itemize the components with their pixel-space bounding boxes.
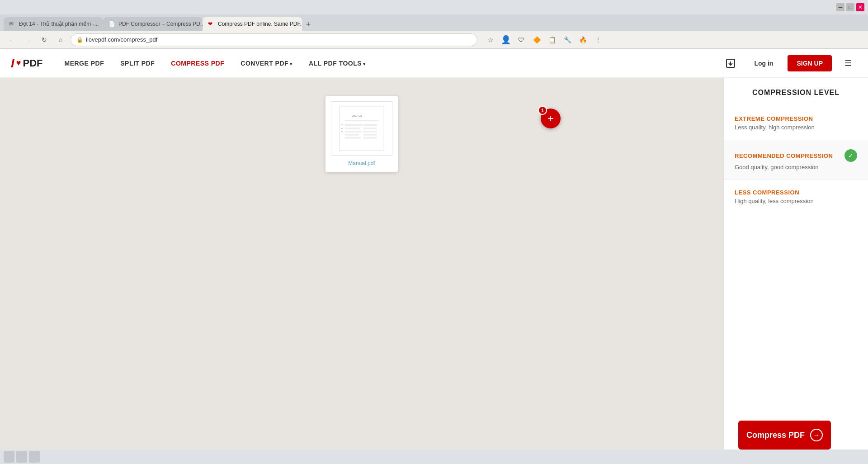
recommended-compression-desc: Good quality, good compression bbox=[735, 164, 857, 170]
forward-button[interactable]: → bbox=[22, 33, 34, 46]
nav-menu: MERGE PDF SPLIT PDF COMPRESS PDF CONVERT… bbox=[57, 56, 722, 71]
title-bar: ─ □ ✕ bbox=[0, 0, 868, 14]
signup-button[interactable]: Sign up bbox=[788, 55, 832, 71]
less-compression-header: LESS COMPRESSION bbox=[735, 189, 857, 196]
svg-rect-9 bbox=[363, 128, 377, 129]
pdf-thumbnail: MANUAL bbox=[331, 101, 392, 156]
compression-level-title: COMPRESSION LEVEL bbox=[724, 78, 868, 106]
security-lock-icon: 🔒 bbox=[76, 37, 83, 43]
hamburger-menu-icon[interactable]: ☰ bbox=[839, 54, 857, 72]
svg-rect-10 bbox=[345, 131, 362, 133]
extension-icon-5[interactable]: 🔥 bbox=[577, 34, 589, 46]
svg-rect-15 bbox=[363, 137, 377, 139]
file-count-badge: 1 bbox=[538, 106, 547, 115]
recommended-compression-option[interactable]: RECOMMENDED COMPRESSION ✓ Good quality, … bbox=[724, 140, 868, 180]
home-button[interactable]: ⌂ bbox=[54, 33, 67, 46]
plus-icon: + bbox=[547, 113, 554, 124]
more-options-icon[interactable]: ⋮ bbox=[592, 34, 604, 46]
tab-favicon-2: 📄 bbox=[108, 21, 115, 27]
tab-bar: ✉ Đợt 14 - Thủ thuật phần mềm -... ✕ 📄 P… bbox=[0, 14, 868, 31]
extension-icon-3[interactable]: 📋 bbox=[546, 34, 558, 46]
tab-favicon-1: ✉ bbox=[9, 21, 15, 27]
logo-heart-icon: ♥ bbox=[16, 58, 21, 68]
url-text: ilovepdf.com/compress_pdf bbox=[86, 36, 157, 43]
nav-all-pdf-tools[interactable]: ALL PDF TOOLS bbox=[302, 56, 373, 71]
extreme-compression-title: EXTREME COMPRESSION bbox=[735, 115, 813, 122]
recommended-compression-header: RECOMMENDED COMPRESSION ✓ bbox=[735, 149, 857, 162]
sidebar-spacer bbox=[724, 213, 868, 413]
extreme-compression-header: EXTREME COMPRESSION bbox=[735, 115, 857, 122]
extension-icon-4[interactable]: 🔧 bbox=[561, 34, 573, 46]
maximize-btn[interactable]: □ bbox=[846, 3, 854, 11]
extreme-compression-desc: Less quality, high compression bbox=[735, 124, 857, 131]
logo-pdf: PDF bbox=[23, 57, 42, 69]
minimize-btn[interactable]: ─ bbox=[836, 3, 844, 11]
bottom-tab-3[interactable] bbox=[29, 451, 40, 463]
nav-merge-pdf[interactable]: MERGE PDF bbox=[57, 56, 111, 71]
browser-tab-2[interactable]: 📄 PDF Compressor – Compress PD... ✕ bbox=[103, 17, 203, 31]
extension-icon-1[interactable]: 🛡 bbox=[515, 34, 527, 46]
browser-toolbar: ☆ 👤 🛡 🔶 📋 🔧 🔥 ⋮ bbox=[485, 34, 604, 46]
svg-rect-14 bbox=[345, 137, 361, 139]
svg-rect-8 bbox=[345, 128, 360, 129]
new-tab-button[interactable]: + bbox=[302, 18, 315, 31]
bottom-bar bbox=[0, 450, 868, 464]
url-bar[interactable]: 🔒 ilovepdf.com/compress_pdf bbox=[71, 33, 477, 46]
svg-text:MANUAL: MANUAL bbox=[351, 115, 363, 118]
sidebar: COMPRESSION LEVEL EXTREME COMPRESSION Le… bbox=[723, 78, 868, 464]
close-btn[interactable]: ✕ bbox=[856, 3, 864, 11]
browser-tab-3[interactable]: ❤ Compress PDF online. Same PDF... ✕ bbox=[203, 17, 302, 31]
svg-rect-11 bbox=[363, 131, 377, 133]
less-compression-desc: High quality, less compression bbox=[735, 198, 857, 204]
less-compression-title: LESS COMPRESSION bbox=[735, 189, 799, 196]
svg-rect-12 bbox=[345, 134, 359, 136]
pdf-area: 1 + MANUAL bbox=[0, 78, 723, 464]
compress-pdf-button[interactable]: Compress PDF → bbox=[738, 421, 831, 450]
logo: I ♥ PDF bbox=[11, 56, 42, 71]
extension-icon-2[interactable]: 🔶 bbox=[531, 34, 542, 46]
profile-icon[interactable]: 👤 bbox=[500, 34, 512, 46]
compress-btn-label: Compress PDF bbox=[746, 431, 805, 440]
svg-rect-7 bbox=[363, 124, 377, 126]
download-icon[interactable] bbox=[722, 54, 740, 72]
recommended-compression-title: RECOMMENDED COMPRESSION bbox=[735, 152, 833, 159]
add-more-files-button[interactable]: 1 + bbox=[541, 109, 561, 128]
pdf-filename: Manual.pdf bbox=[348, 160, 375, 166]
bottom-tab-1[interactable] bbox=[4, 451, 14, 463]
extreme-compression-option[interactable]: EXTREME COMPRESSION Less quality, high c… bbox=[724, 106, 868, 140]
svg-rect-13 bbox=[363, 134, 377, 136]
browser-tab-1[interactable]: ✉ Đợt 14 - Thủ thuật phần mềm -... ✕ bbox=[4, 17, 103, 31]
bottom-tab-2[interactable] bbox=[16, 451, 27, 463]
refresh-button[interactable]: ↻ bbox=[38, 33, 51, 46]
nav-convert-pdf[interactable]: CONVERT PDF bbox=[233, 56, 300, 71]
pdf-card: MANUAL bbox=[326, 96, 398, 172]
logo-i: I bbox=[11, 56, 14, 71]
header-right: Log in Sign up ☰ bbox=[722, 54, 857, 72]
tab-label-1: Đợt 14 - Thủ thuật phần mềm -... bbox=[19, 21, 99, 27]
main-content: 1 + MANUAL bbox=[0, 78, 868, 464]
compress-btn-arrow-icon: → bbox=[810, 429, 823, 441]
nav-split-pdf[interactable]: SPLIT PDF bbox=[113, 56, 162, 71]
selected-check-icon: ✓ bbox=[844, 149, 857, 162]
nav-compress-pdf[interactable]: COMPRESS PDF bbox=[164, 56, 231, 71]
tab-label-3: Compress PDF online. Same PDF... bbox=[218, 21, 302, 27]
back-button[interactable]: ← bbox=[5, 33, 18, 46]
tab-favicon-3: ❤ bbox=[208, 21, 214, 27]
bookmark-icon[interactable]: ☆ bbox=[485, 34, 496, 46]
app-header: I ♥ PDF MERGE PDF SPLIT PDF COMPRESS PDF… bbox=[0, 49, 868, 78]
svg-rect-6 bbox=[345, 124, 363, 126]
address-bar: ← → ↻ ⌂ 🔒 ilovepdf.com/compress_pdf ☆ 👤 … bbox=[0, 31, 868, 49]
tab-label-2: PDF Compressor – Compress PD... bbox=[118, 21, 203, 27]
less-compression-option[interactable]: LESS COMPRESSION High quality, less comp… bbox=[724, 180, 868, 213]
login-button[interactable]: Log in bbox=[747, 56, 780, 71]
